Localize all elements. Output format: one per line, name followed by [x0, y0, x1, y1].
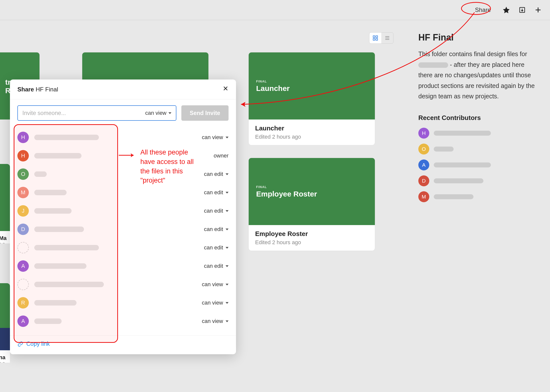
export-icon[interactable]	[518, 5, 527, 14]
redacted-name	[434, 178, 483, 183]
chevron-down-icon	[226, 265, 229, 267]
permission-label: can edit	[204, 189, 223, 196]
member-permission-select[interactable]: can view	[202, 300, 229, 306]
chevron-down-icon	[226, 137, 229, 138]
member-row: D can edit	[17, 220, 229, 238]
share-modal: Share HF Final can view Send Invite H ca…	[10, 79, 236, 354]
member-row: can edit	[17, 238, 229, 257]
copy-link-button[interactable]: Copy link	[17, 341, 229, 347]
member-row: M can edit	[17, 183, 229, 202]
permission-label: can view	[202, 281, 223, 288]
file-card[interactable]: FINAL Employee Roster Employee Roster Ed…	[248, 158, 375, 251]
avatar: O	[17, 168, 29, 180]
avatar: A	[418, 159, 429, 170]
send-invite-button[interactable]: Send Invite	[181, 105, 229, 121]
member-row: H owner	[17, 147, 229, 165]
permission-label: can view	[202, 318, 223, 324]
contributor-row: H	[418, 128, 540, 139]
redacted-name	[34, 282, 104, 287]
invite-input[interactable]	[22, 110, 145, 117]
redacted-name	[34, 300, 77, 306]
member-row: A can edit	[17, 257, 229, 275]
chevron-down-icon	[226, 284, 229, 285]
chevron-down-icon	[168, 112, 171, 114]
final-label: FINAL	[256, 79, 367, 83]
card-thumb-title: Launcher	[256, 84, 367, 93]
member-permission-select[interactable]: can view	[202, 318, 229, 324]
redacted-name	[34, 227, 84, 232]
svg-rect-4	[376, 39, 378, 40]
redacted-name	[34, 263, 86, 269]
chevron-down-icon	[226, 302, 229, 304]
invite-input-wrap: can view	[17, 105, 176, 121]
member-row: O can edit	[17, 165, 229, 183]
plus-icon[interactable]	[534, 5, 543, 14]
card-name: Employee Roster	[255, 230, 368, 238]
member-permission-select[interactable]: can edit	[204, 189, 229, 196]
svg-rect-2	[376, 36, 378, 38]
permission-label: can edit	[204, 263, 223, 269]
member-permission-select[interactable]: can view	[202, 134, 229, 141]
card-thumb-title: Employee Roster	[256, 190, 367, 198]
contributor-row: D	[418, 175, 540, 186]
member-row: can view	[17, 275, 229, 294]
grid-view-button[interactable]	[369, 33, 381, 43]
modal-header: Share HF Final	[10, 79, 236, 99]
redacted-name	[434, 162, 491, 167]
avatar: H	[17, 132, 29, 143]
share-button[interactable]: Share	[471, 5, 495, 14]
contributors-title: Recent Contributors	[418, 114, 540, 122]
contributor-row: M	[418, 191, 540, 202]
partial-card-hint: na s a	[0, 283, 10, 363]
member-permission-select[interactable]: can edit	[204, 263, 229, 269]
modal-title: Share HF Final	[17, 86, 58, 93]
avatar: A	[17, 315, 29, 327]
card-time: Edited 2 hours ago	[255, 134, 368, 140]
redacted-text	[418, 62, 448, 68]
chevron-down-icon	[226, 320, 229, 322]
avatar: O	[418, 144, 429, 155]
invite-permission-select[interactable]: can view	[145, 110, 171, 116]
permission-label: can view	[202, 134, 223, 141]
redacted-name	[34, 171, 47, 177]
permission-label: can edit	[204, 208, 223, 214]
avatar: H	[17, 150, 29, 161]
permission-label: can edit	[204, 244, 223, 251]
close-icon[interactable]	[223, 85, 229, 93]
members-list: H can view H owner O can edit M can edit…	[10, 127, 236, 335]
redacted-name	[34, 190, 67, 195]
permission-label: can view	[202, 300, 223, 306]
permission-label: owner	[214, 153, 229, 159]
member-row: A can view	[17, 312, 229, 330]
chevron-down-icon	[226, 173, 229, 175]
avatar: M	[418, 191, 429, 202]
member-permission-select[interactable]: can edit	[204, 171, 229, 177]
avatar: A	[17, 260, 29, 272]
avatar: H	[418, 128, 429, 139]
member-permission-select[interactable]: can view	[202, 281, 229, 288]
list-view-button[interactable]	[381, 33, 393, 43]
star-icon[interactable]	[502, 5, 511, 14]
folder-title: HF Final	[418, 32, 540, 43]
file-card[interactable]: FINAL Launcher Launcher Edited 2 hours a…	[248, 52, 375, 145]
redacted-name	[34, 245, 99, 250]
redacted-name	[34, 208, 72, 214]
avatar: D	[418, 175, 429, 186]
permission-label: can edit	[204, 226, 223, 233]
member-permission-select[interactable]: can edit	[204, 208, 229, 214]
member-permission-select[interactable]: can edit	[204, 244, 229, 251]
contributor-row: O	[418, 144, 540, 155]
member-permission-select[interactable]: can edit	[204, 226, 229, 233]
view-toggle	[369, 32, 393, 44]
card-time: Edited 2 hours ago	[255, 239, 368, 246]
chevron-down-icon	[226, 192, 229, 194]
redacted-name	[34, 135, 99, 140]
redacted-name	[34, 318, 62, 324]
redacted-name	[434, 194, 473, 199]
final-label: FINAL	[256, 185, 367, 189]
member-row: R can view	[17, 294, 229, 312]
avatar: M	[17, 187, 29, 198]
avatar: J	[17, 205, 29, 217]
avatar: D	[17, 224, 29, 235]
chevron-down-icon	[226, 229, 229, 230]
